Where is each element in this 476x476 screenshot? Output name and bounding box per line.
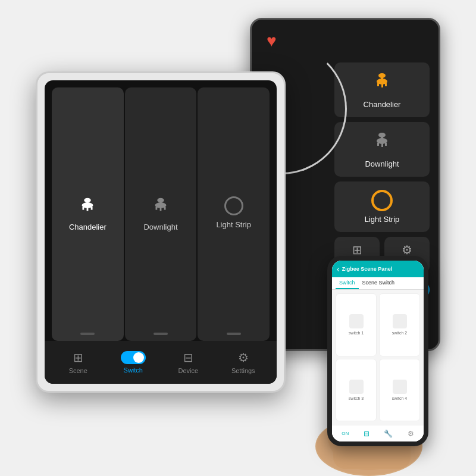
phone-mockup: ‹ Zigbee Scene Panel Switch Scene Switch… <box>327 256 428 446</box>
phone-settings-icon[interactable]: ⚙ <box>408 430 414 438</box>
phone-switch-1[interactable]: switch 1 <box>336 293 377 356</box>
lightstrip-ring-icon <box>371 190 393 211</box>
downlight-icon <box>371 130 393 156</box>
phone-tool-icon[interactable]: 🔧 <box>384 430 393 438</box>
svg-rect-5 <box>385 83 387 86</box>
phone-back-button[interactable]: ‹ <box>337 264 340 274</box>
svg-rect-15 <box>83 206 84 209</box>
chandelier-indicator <box>80 333 95 335</box>
svg-rect-23 <box>164 206 166 209</box>
svg-rect-22 <box>160 206 162 211</box>
device-card-downlight[interactable]: Downlight <box>125 87 197 341</box>
switch-label-4: switch 4 <box>392 396 407 400</box>
back-item-downlight[interactable]: Downlight <box>334 122 430 177</box>
back-items-list: Chandelier Downlight <box>334 62 430 232</box>
phone-header: ‹ Zigbee Scene Panel <box>332 261 424 277</box>
settings-gear-icon: ⚙ <box>402 243 412 257</box>
switch-label-1: switch 1 <box>349 331 364 335</box>
settings-nav-icon: ⚙ <box>238 350 249 365</box>
phone-screen: ‹ Zigbee Scene Panel Switch Scene Switch… <box>332 261 424 441</box>
nav-scene[interactable]: ⊞ Scene <box>51 350 106 374</box>
nav-settings[interactable]: ⚙ Settings <box>216 350 271 374</box>
bottom-nav: ⊞ Scene Switch ⊟ Device ⚙ Settings <box>45 341 277 384</box>
downlight-lamp-icon <box>149 194 173 218</box>
switch-toggle[interactable] <box>121 351 146 364</box>
front-panel: Chandelier <box>36 71 286 393</box>
switch-label-2: switch 2 <box>392 331 407 335</box>
device-card-chandelier[interactable]: Chandelier <box>52 87 124 341</box>
scene-icon: ⊞ <box>73 350 83 365</box>
switch-icon-2 <box>393 314 407 328</box>
device-card-lightstrip[interactable]: Light Strip <box>198 87 270 341</box>
phone-switch-2[interactable]: switch 2 <box>379 293 420 356</box>
switch-label-3: switch 3 <box>349 396 364 400</box>
front-screen: Chandelier <box>45 80 277 384</box>
switch-label: Switch <box>124 367 143 374</box>
back-item-lightstrip[interactable]: Light Strip <box>334 181 430 232</box>
scene-label: Scene <box>69 367 87 374</box>
chandelier-icon <box>371 71 393 96</box>
svg-rect-10 <box>381 143 383 147</box>
phone-switch-4[interactable]: switch 4 <box>379 359 420 422</box>
svg-rect-9 <box>377 143 379 146</box>
device-grid: Chandelier <box>45 80 277 341</box>
lightstrip-name: Light Strip <box>216 220 251 229</box>
toggle-knob <box>133 352 144 363</box>
lightstrip-indicator <box>227 333 241 335</box>
phone-title: Zigbee Scene Panel <box>342 266 393 272</box>
phone-tab-switch[interactable]: Switch <box>336 277 359 289</box>
chandelier-name: Chandelier <box>69 223 107 231</box>
phone-switch-grid: switch 1 switch 2 switch 3 switch 4 <box>332 290 424 425</box>
svg-rect-4 <box>381 83 383 87</box>
back-lightstrip-label: Light Strip <box>365 215 400 224</box>
back-chandelier-label: Chandelier <box>364 100 401 109</box>
svg-rect-17 <box>91 206 93 209</box>
switch-icon-1 <box>349 314 364 328</box>
back-downlight-label: Downlight <box>365 159 399 168</box>
svg-rect-3 <box>377 83 379 86</box>
downlight-name: Downlight <box>143 223 177 231</box>
phone-switch-3[interactable]: switch 3 <box>336 359 377 422</box>
phone-tabs: Switch Scene Switch <box>332 277 424 290</box>
lightstrip-circle-icon <box>224 196 243 215</box>
device-nav-label: Device <box>178 367 198 374</box>
device-nav-icon: ⊟ <box>183 350 193 365</box>
nav-switch[interactable]: Switch <box>106 351 161 374</box>
chandelier-lamp-icon <box>76 194 99 218</box>
svg-rect-16 <box>87 206 89 211</box>
svg-rect-11 <box>385 143 387 146</box>
downlight-indicator <box>154 333 168 335</box>
back-item-chandelier[interactable]: Chandelier <box>334 62 430 117</box>
phone-on-icon[interactable]: ON <box>342 431 349 436</box>
nav-device[interactable]: ⊟ Device <box>161 350 216 374</box>
device-icon: ⊞ <box>352 243 362 257</box>
phone-toggle-icon[interactable]: ⊟ <box>364 430 369 438</box>
phone-tab-scene-switch[interactable]: Scene Switch <box>359 277 399 289</box>
svg-rect-21 <box>155 206 157 209</box>
settings-nav-label: Settings <box>231 367 255 374</box>
phone-bottom-bar: ON ⊟ 🔧 ⚙ <box>332 425 424 441</box>
switch-icon-4 <box>393 380 407 394</box>
switch-icon-3 <box>349 380 364 394</box>
